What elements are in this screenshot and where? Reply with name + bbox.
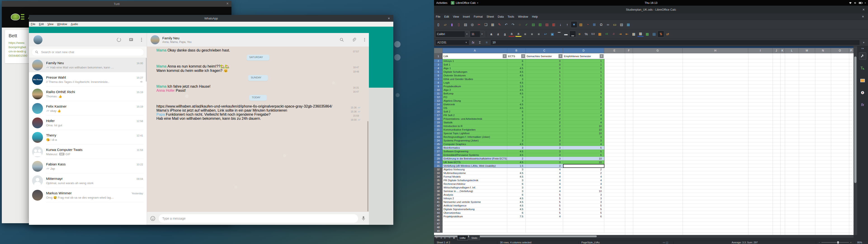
mic-icon[interactable] [361, 216, 366, 221]
zoom-slider[interactable]: − + [816, 241, 855, 244]
profile-avatar[interactable] [33, 35, 42, 44]
conversation-menu-dots-icon[interactable] [364, 37, 365, 42]
cell-lva[interactable] [442, 229, 507, 233]
cell-empfohlenes-semester[interactable]: 1 [563, 77, 604, 81]
formula-input[interactable]: 10 [491, 40, 860, 45]
expand-formula-bar-icon[interactable]: ▼ [861, 41, 867, 44]
toolbar-icon[interactable]: ∞ [605, 22, 611, 28]
vertical-scrollbar[interactable] [854, 46, 857, 235]
cell-empfohlenes-semester[interactable]: 5 [563, 204, 604, 207]
cell-lva[interactable]: Introduction to R [442, 124, 507, 128]
cell-empfohlenes-semester[interactable]: 6 [563, 186, 604, 189]
equals-button[interactable]: = [484, 41, 490, 44]
column-header[interactable]: B [507, 48, 526, 53]
cell-empfohlenes-semester[interactable]: 2 [563, 171, 604, 175]
whatsapp-menu-item[interactable]: Audio [71, 23, 78, 26]
cell-ects[interactable] [507, 222, 526, 225]
cell-ects[interactable]: 4.5 [507, 171, 526, 175]
font-size-select[interactable]: 11▼ [470, 31, 485, 37]
cell-ects[interactable]: 4.5 [507, 106, 526, 110]
row-header[interactable]: 36 [434, 182, 442, 186]
column-header[interactable]: H [683, 48, 748, 53]
row-header[interactable]: 44 [434, 211, 442, 215]
cell-empfohlenes-semester[interactable]: 10 [563, 157, 604, 160]
cell-empfohlenes-semester[interactable]: 10 [563, 124, 604, 128]
cell-ects[interactable]: 6 [507, 63, 526, 66]
cell-lva[interactable] [442, 225, 507, 229]
cell-empfohlenes-semester[interactable]: 10 [563, 189, 604, 193]
toolbar-icon[interactable]: ≡ [522, 31, 528, 37]
cell-lva[interactable]: Software Engineering [442, 150, 507, 153]
row-header[interactable]: 29 [434, 157, 442, 160]
cell-ects[interactable] [507, 225, 526, 229]
system-status-area[interactable]: ▾ [849, 1, 866, 4]
toolbar-icon[interactable]: ↩ [542, 31, 549, 37]
cell-ects[interactable]: 4.5 [507, 200, 526, 204]
cell-ects[interactable]: 3 [507, 124, 526, 128]
cell-gemachtes-semester[interactable]: 5 [526, 196, 563, 200]
cell-gemachtes-semester[interactable]: 5 [526, 193, 563, 196]
row-header[interactable]: 30 [434, 160, 442, 164]
toolbar-icon[interactable]: ▼ [571, 22, 577, 28]
cell-lva[interactable]: Seminar in ... (Vertiefung) [442, 189, 507, 193]
cell-ects[interactable]: 6 [507, 193, 526, 196]
cell-ects[interactable]: 6 [507, 121, 526, 124]
cell-gemachtes-semester[interactable]: 1 [526, 70, 563, 74]
toolbar-icon[interactable]: -0 [610, 31, 616, 37]
whatsapp-menu-item[interactable]: View [48, 23, 54, 26]
toolbar-icon[interactable]: ¤ [577, 31, 583, 37]
cell-gemachtes-semester[interactable]: 3 [526, 157, 563, 160]
cell-ects[interactable]: 6 [507, 110, 526, 114]
cell-lva[interactable]: Algebra Übung [442, 99, 507, 102]
cell-lva[interactable]: Kommunikative Fertigkeiten [442, 128, 507, 131]
cell-gemachtes-semester[interactable]: 0 [526, 63, 563, 66]
cell-lva[interactable]: OS [442, 106, 507, 110]
cell-gemachtes-semester[interactable]: 4 [526, 167, 563, 171]
toolbar-icon[interactable]: ↓ [557, 22, 563, 28]
column-header[interactable]: F [625, 48, 633, 53]
cell-ects[interactable]: 3 [507, 128, 526, 131]
column-header[interactable]: L [785, 48, 799, 53]
cell-empfohlenes-semester[interactable]: 4 [563, 179, 604, 182]
cell-ects[interactable]: 4.5 [507, 88, 526, 92]
toolbar-icon[interactable]: ≡ [529, 31, 535, 37]
cell-gemachtes-semester[interactable] [526, 229, 563, 233]
sheet-tab-lvas[interactable]: LVAs [457, 236, 468, 240]
new-chat-icon[interactable] [129, 37, 133, 42]
calc-close-button[interactable]: ✕ [862, 8, 865, 11]
toolbar-icon[interactable]: ▦ [597, 31, 603, 37]
toolbar-icon[interactable]: ▤ [544, 22, 550, 28]
row-header[interactable]: 27 [434, 150, 442, 153]
cell-lva[interactable]: Vertiefung (zB Wireless LANs, Web Usabil… [442, 164, 507, 167]
cell-lva[interactable]: Special Topic Lightfoot [442, 131, 507, 135]
whatsapp-menu-item[interactable]: Edit [39, 23, 44, 26]
cell-ects[interactable]: 3 [507, 131, 526, 135]
chat-list-item[interactable]: RaRo OHNE Richi 15:19 Thomas: 👍 [29, 87, 147, 101]
column-header[interactable]: P [849, 48, 854, 53]
cell-ects[interactable]: 7.5 [507, 215, 526, 218]
toolbar-icon[interactable]: ▬ [563, 31, 569, 37]
font-name-select[interactable]: Calibri▼ [435, 31, 469, 37]
cell-lva[interactable]: Projektpraktikum [442, 215, 507, 218]
row-header[interactable]: 40 [434, 196, 442, 200]
cell-gemachtes-semester[interactable]: 2 [526, 128, 563, 131]
column-header[interactable]: E [604, 48, 625, 53]
cell-gemachtes-semester[interactable]: 4 [526, 189, 563, 193]
chat-list-item[interactable]: Hofer 12:58 Oma: Ist gut [29, 116, 147, 130]
calc-menu-item[interactable]: Data [498, 15, 504, 18]
cell-lva[interactable]: Multimediasysteme [442, 171, 507, 175]
cell-ects[interactable]: 4.5 [507, 70, 526, 74]
toolbar-icon[interactable]: ◎ [469, 22, 475, 28]
toolbar-icon[interactable]: ▥ [551, 22, 557, 28]
row-header[interactable]: 14 [434, 102, 442, 106]
toolbar-icon[interactable]: ▦ [625, 22, 631, 28]
active-cell-d31[interactable] [563, 164, 604, 168]
header-cell-gemachtes[interactable]: Gemachtes Semester▼ [526, 53, 563, 59]
sum-button[interactable]: Σ [477, 41, 483, 44]
cell-lva[interactable]: Statistik [442, 121, 507, 124]
cell-lva[interactable]: PR Digitale Schaltungstechnik [442, 179, 507, 182]
cell-gemachtes-semester[interactable]: 4 [526, 186, 563, 189]
chat-list-scrollbar[interactable] [146, 58, 147, 82]
cell-gemachtes-semester[interactable]: 2 [526, 114, 563, 117]
cell-gemachtes-semester[interactable]: 5 [526, 211, 563, 215]
